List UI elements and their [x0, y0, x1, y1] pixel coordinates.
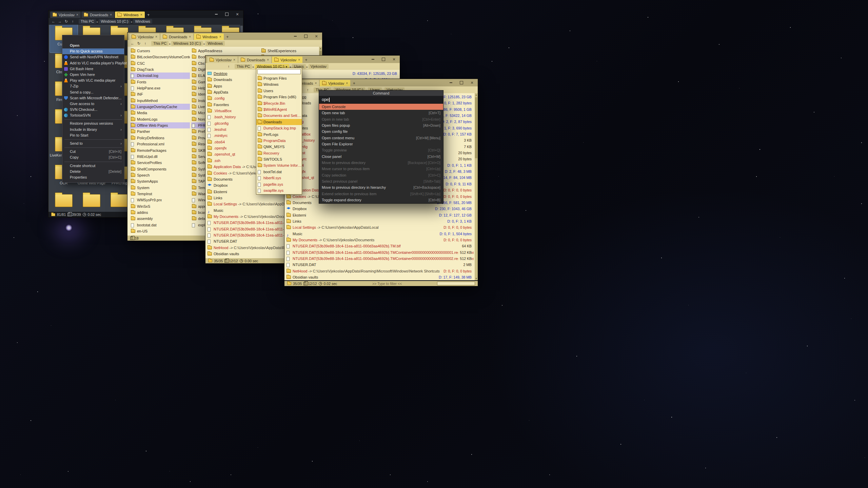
tab-close-icon[interactable]: [189, 35, 191, 39]
popup-item[interactable]: Windows: [256, 81, 302, 87]
breadcrumb-item[interactable]: Windows: [133, 19, 152, 24]
command-item[interactable]: Toggle expand directory [Ctrl+B]: [319, 197, 443, 203]
command-item[interactable]: Close panel [Ctrl+W]: [319, 154, 443, 160]
scrollbar-thumb[interactable]: [475, 97, 477, 158]
context-menu-item[interactable]: Play with VLC media player: [62, 78, 124, 83]
file-row[interactable]: Music D: 0, F: 1, 504 bytes: [285, 231, 474, 237]
list-item[interactable]: ModemLogs: [130, 116, 190, 122]
vertical-scrollbar[interactable]: ▲ ▼: [475, 93, 478, 280]
context-menu-item[interactable]: Restore previous versions: [62, 121, 124, 126]
tab[interactable]: Downloads: [160, 34, 193, 40]
list-item[interactable]: Cursors: [130, 48, 190, 54]
command-item[interactable]: Open in new tab [Ctrl+Enter]: [319, 116, 443, 122]
list-item[interactable]: System: [130, 185, 190, 191]
list-item[interactable]: Professional.xml: [130, 141, 190, 147]
tab[interactable]: Vjekoslav: [207, 57, 238, 63]
list-item[interactable]: addins: [130, 209, 190, 216]
context-menu-item[interactable]: Open Vim here: [62, 72, 124, 78]
file-row[interactable]: NTUSER.DAT{53b39e88-18c4-11ea-a811-000d3…: [285, 243, 474, 249]
command-item[interactable]: Open File Explorer: [319, 141, 443, 147]
context-menu-item[interactable]: Send with NordVPN Meshnet: [62, 54, 124, 60]
breadcrumb-item[interactable]: This PC: [79, 19, 96, 24]
list-item[interactable]: DtcInstall.log: [130, 73, 190, 79]
tab[interactable]: Vjekoslav: [272, 57, 302, 63]
breadcrumb-item[interactable]: Windows: [205, 41, 225, 46]
list-item[interactable]: DiagTrack: [130, 66, 190, 73]
context-menu-item[interactable]: [62, 138, 124, 141]
file-row[interactable]: Local Settings -> C:\Users\Vjekoslav\App…: [285, 224, 474, 230]
maximize-button[interactable]: [302, 34, 310, 39]
context-menu-item[interactable]: Pin to Start: [62, 133, 124, 138]
context-menu-item[interactable]: Send a copy...: [62, 89, 124, 95]
list-item[interactable]: AppReadiness: [191, 48, 259, 54]
new-tab-button[interactable]: [303, 57, 309, 63]
close-button[interactable]: [390, 57, 398, 62]
context-menu-item[interactable]: Open: [62, 43, 124, 48]
list-item[interactable]: LanguageOverlayCache: [130, 104, 190, 110]
popup-item[interactable]: $Recycle.Bin: [256, 100, 302, 106]
context-menu-item[interactable]: Add to VLC media player's Playlist: [62, 60, 124, 66]
context-menu-item[interactable]: [62, 118, 124, 121]
popup-item[interactable]: System Volume Information: [256, 162, 302, 168]
filter-input[interactable]: [437, 282, 475, 285]
context-menu-item[interactable]: Pin to Quick access: [62, 48, 124, 54]
new-tab-button[interactable]: [224, 34, 231, 40]
scroll-up-icon[interactable]: ▲: [475, 93, 478, 97]
file-row[interactable]: NTUSER.DAT 2 MB: [285, 262, 474, 268]
tab-close-icon[interactable]: [233, 58, 235, 62]
back-icon[interactable]: [51, 19, 56, 24]
grid-item[interactable]: [50, 191, 78, 212]
tab-close-icon[interactable]: [315, 82, 317, 85]
popup-item[interactable]: hiberfil.sys: [256, 175, 302, 181]
file-row[interactable]: Dropbox D: 230, F: 1043, 46 GB: [285, 206, 474, 212]
breadcrumb-item[interactable]: This PC: [151, 41, 169, 46]
list-item[interactable]: SystemApps: [130, 178, 190, 184]
up-icon[interactable]: [226, 64, 232, 69]
minimize-button[interactable]: [212, 12, 220, 17]
breadcrumb-item[interactable]: Windows 10 (C:): [171, 41, 203, 46]
list-item[interactable]: BitLockerDiscoveryVolumeContents: [130, 54, 190, 60]
context-menu-item[interactable]: Copy [Ctrl+C]: [62, 155, 124, 160]
popup-item[interactable]: Downloads: [256, 119, 302, 125]
list-item[interactable]: ServiceProfiles: [130, 160, 190, 166]
up-icon[interactable]: [70, 19, 76, 24]
command-input[interactable]: ope: [319, 96, 443, 104]
command-item[interactable]: Copy selection [Ctrl+C]: [319, 172, 443, 178]
new-tab-button[interactable]: [145, 12, 152, 18]
scroll-up-icon[interactable]: ▲: [319, 47, 322, 50]
context-menu-item[interactable]: TortoiseSVN ›: [62, 113, 124, 118]
command-item[interactable]: Extend selection to previous item [Shift…: [319, 191, 443, 197]
minimize-button[interactable]: [291, 34, 299, 39]
tab[interactable]: Downloads: [81, 12, 114, 18]
file-row[interactable]: Desktop D: 43034, F: 125185, 23 GB: [206, 70, 399, 77]
breadcrumb-item[interactable]: This PC: [235, 64, 252, 69]
list-item[interactable]: ShellComponents: [130, 166, 190, 172]
file-row[interactable]: NetHood -> C:\Users\Vjekoslav\AppData\Ro…: [285, 268, 474, 274]
list-item[interactable]: bootstat.dat: [130, 222, 190, 228]
popup-item[interactable]: bootTel.dat: [256, 169, 302, 175]
popup-item[interactable]: ProgramData: [256, 138, 302, 144]
maximize-button[interactable]: [457, 80, 466, 85]
list-item[interactable]: assembly: [130, 216, 190, 222]
popup-item[interactable]: DumpStack.log.tmp: [256, 125, 302, 131]
command-item[interactable]: Toggle preview [Ctrl+Q]: [319, 147, 443, 153]
minimize-button[interactable]: [369, 57, 377, 62]
tab-close-icon[interactable]: [155, 35, 157, 39]
up-icon[interactable]: [305, 87, 311, 93]
context-menu-item[interactable]: Properties: [62, 175, 124, 180]
forward-icon[interactable]: [57, 19, 63, 24]
list-item[interactable]: ShellExperiences: [261, 48, 320, 54]
context-menu-item[interactable]: Cut [Ctrl+X]: [62, 149, 124, 155]
tab-close-icon[interactable]: [140, 13, 142, 17]
tab[interactable]: Windows: [194, 34, 223, 40]
tab[interactable]: Windows: [115, 12, 144, 18]
file-row[interactable]: NTUSER.DAT{53b39e88-18c4-11ea-a811-000d3…: [285, 256, 474, 262]
list-item[interactable]: TempInst: [130, 191, 190, 197]
command-item[interactable]: Open files popup [Alt+Down]: [319, 122, 443, 128]
popup-item[interactable]: pagefile.sys: [256, 181, 302, 187]
maximize-button[interactable]: [379, 57, 388, 62]
command-item[interactable]: Move to previous directory [Backspace] […: [319, 160, 443, 166]
list-item[interactable]: CSC: [130, 60, 190, 66]
popup-item[interactable]: Program Files (x86): [256, 94, 302, 100]
popup-item[interactable]: Program Files: [256, 75, 302, 81]
